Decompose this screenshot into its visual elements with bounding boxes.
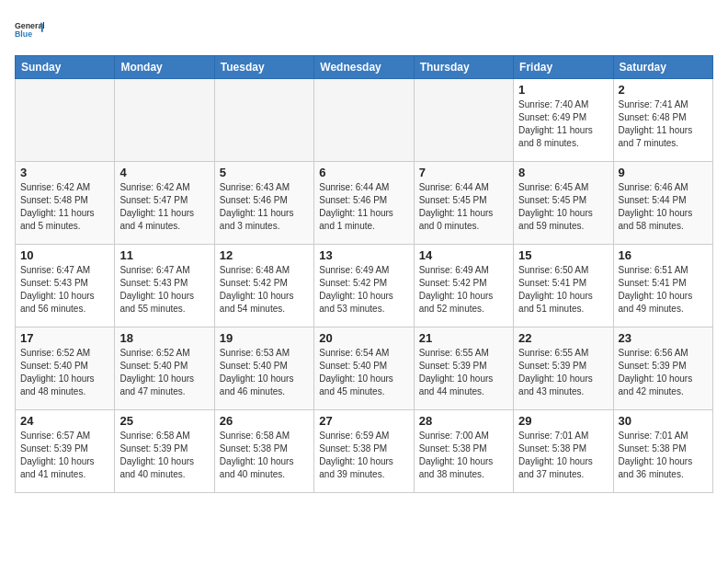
header-saturday: Saturday (613, 56, 712, 79)
week-row-5: 24Sunrise: 6:57 AM Sunset: 5:39 PM Dayli… (16, 410, 713, 493)
week-row-1: 1Sunrise: 7:40 AM Sunset: 6:49 PM Daylig… (16, 79, 713, 162)
day-number: 30 (619, 414, 708, 428)
day-number: 28 (419, 414, 508, 428)
day-number: 25 (119, 414, 209, 428)
calendar-cell (414, 79, 513, 162)
day-info: Sunrise: 6:47 AM Sunset: 5:43 PM Dayligh… (20, 264, 109, 316)
day-number: 10 (20, 248, 109, 262)
calendar-cell: 24Sunrise: 6:57 AM Sunset: 5:39 PM Dayli… (16, 410, 115, 493)
header-sunday: Sunday (16, 56, 115, 79)
header-monday: Monday (115, 56, 214, 79)
header-wednesday: Wednesday (314, 56, 414, 79)
week-row-2: 3Sunrise: 6:42 AM Sunset: 5:48 PM Daylig… (16, 162, 713, 245)
calendar-cell: 8Sunrise: 6:45 AM Sunset: 5:45 PM Daylig… (514, 162, 613, 245)
calendar-cell (115, 79, 214, 162)
day-info: Sunrise: 6:51 AM Sunset: 5:41 PM Dayligh… (619, 264, 708, 316)
day-number: 14 (419, 248, 508, 262)
day-info: Sunrise: 6:45 AM Sunset: 5:45 PM Dayligh… (518, 181, 608, 233)
day-number: 19 (220, 331, 309, 345)
calendar-cell: 26Sunrise: 6:58 AM Sunset: 5:38 PM Dayli… (214, 410, 313, 493)
day-info: Sunrise: 6:49 AM Sunset: 5:42 PM Dayligh… (419, 264, 508, 316)
day-number: 7 (419, 166, 508, 179)
day-number: 15 (518, 248, 608, 262)
calendar-cell: 13Sunrise: 6:49 AM Sunset: 5:42 PM Dayli… (314, 245, 414, 327)
week-row-4: 17Sunrise: 6:52 AM Sunset: 5:40 PM Dayli… (16, 327, 713, 410)
calendar-cell: 10Sunrise: 6:47 AM Sunset: 5:43 PM Dayli… (16, 245, 115, 327)
header-tuesday: Tuesday (214, 56, 313, 79)
day-info: Sunrise: 6:49 AM Sunset: 5:42 PM Dayligh… (319, 264, 408, 316)
calendar-cell: 21Sunrise: 6:55 AM Sunset: 5:39 PM Dayli… (414, 327, 513, 410)
day-info: Sunrise: 6:48 AM Sunset: 5:42 PM Dayligh… (220, 264, 309, 316)
day-info: Sunrise: 6:42 AM Sunset: 5:48 PM Dayligh… (20, 181, 109, 233)
day-info: Sunrise: 6:58 AM Sunset: 5:39 PM Dayligh… (119, 430, 209, 481)
day-info: Sunrise: 6:42 AM Sunset: 5:47 PM Dayligh… (119, 181, 209, 233)
day-number: 6 (319, 166, 408, 179)
day-info: Sunrise: 7:01 AM Sunset: 5:38 PM Dayligh… (619, 430, 708, 481)
calendar-cell: 23Sunrise: 6:56 AM Sunset: 5:39 PM Dayli… (613, 327, 712, 410)
day-info: Sunrise: 6:58 AM Sunset: 5:38 PM Dayligh… (220, 430, 309, 481)
day-number: 8 (518, 166, 608, 179)
calendar-cell: 16Sunrise: 6:51 AM Sunset: 5:41 PM Dayli… (613, 245, 712, 327)
calendar-cell: 15Sunrise: 6:50 AM Sunset: 5:41 PM Dayli… (514, 245, 613, 327)
header-thursday: Thursday (414, 56, 513, 79)
day-number: 18 (119, 331, 209, 345)
logo-svg: General Blue (15, 15, 44, 48)
calendar-cell: 9Sunrise: 6:46 AM Sunset: 5:44 PM Daylig… (613, 162, 712, 245)
day-info: Sunrise: 6:44 AM Sunset: 5:46 PM Dayligh… (319, 181, 408, 233)
calendar-cell: 1Sunrise: 7:40 AM Sunset: 6:49 PM Daylig… (514, 79, 613, 162)
day-info: Sunrise: 6:50 AM Sunset: 5:41 PM Dayligh… (518, 264, 608, 316)
day-number: 21 (419, 331, 508, 345)
calendar-cell: 5Sunrise: 6:43 AM Sunset: 5:46 PM Daylig… (214, 162, 313, 245)
logo: General Blue (15, 15, 44, 48)
day-number: 12 (220, 248, 309, 262)
svg-text:Blue: Blue (15, 29, 32, 39)
calendar-cell: 25Sunrise: 6:58 AM Sunset: 5:39 PM Dayli… (115, 410, 214, 493)
calendar-cell: 28Sunrise: 7:00 AM Sunset: 5:38 PM Dayli… (414, 410, 513, 493)
day-info: Sunrise: 6:53 AM Sunset: 5:40 PM Dayligh… (220, 347, 309, 398)
week-row-3: 10Sunrise: 6:47 AM Sunset: 5:43 PM Dayli… (16, 245, 713, 327)
calendar-cell: 14Sunrise: 6:49 AM Sunset: 5:42 PM Dayli… (414, 245, 513, 327)
day-number: 2 (619, 83, 708, 97)
day-info: Sunrise: 6:55 AM Sunset: 5:39 PM Dayligh… (518, 347, 608, 398)
day-info: Sunrise: 6:52 AM Sunset: 5:40 PM Dayligh… (119, 347, 209, 398)
calendar-cell: 7Sunrise: 6:44 AM Sunset: 5:45 PM Daylig… (414, 162, 513, 245)
calendar-cell (214, 79, 313, 162)
day-info: Sunrise: 6:43 AM Sunset: 5:46 PM Dayligh… (220, 181, 309, 233)
calendar-cell (16, 79, 115, 162)
day-number: 9 (619, 166, 708, 179)
calendar-cell: 19Sunrise: 6:53 AM Sunset: 5:40 PM Dayli… (214, 327, 313, 410)
day-number: 22 (518, 331, 608, 345)
day-number: 24 (20, 414, 109, 428)
day-number: 20 (319, 331, 408, 345)
calendar-cell: 17Sunrise: 6:52 AM Sunset: 5:40 PM Dayli… (16, 327, 115, 410)
day-info: Sunrise: 7:41 AM Sunset: 6:48 PM Dayligh… (619, 98, 708, 150)
calendar-cell: 3Sunrise: 6:42 AM Sunset: 5:48 PM Daylig… (16, 162, 115, 245)
calendar-cell: 30Sunrise: 7:01 AM Sunset: 5:38 PM Dayli… (613, 410, 712, 493)
day-number: 13 (319, 248, 408, 262)
day-info: Sunrise: 6:55 AM Sunset: 5:39 PM Dayligh… (419, 347, 508, 398)
day-info: Sunrise: 7:00 AM Sunset: 5:38 PM Dayligh… (419, 430, 508, 481)
calendar-cell: 27Sunrise: 6:59 AM Sunset: 5:38 PM Dayli… (314, 410, 414, 493)
calendar-cell: 20Sunrise: 6:54 AM Sunset: 5:40 PM Dayli… (314, 327, 414, 410)
day-info: Sunrise: 6:47 AM Sunset: 5:43 PM Dayligh… (119, 264, 209, 316)
calendar-cell (314, 79, 414, 162)
day-info: Sunrise: 6:52 AM Sunset: 5:40 PM Dayligh… (20, 347, 109, 398)
day-info: Sunrise: 6:56 AM Sunset: 5:39 PM Dayligh… (619, 347, 708, 398)
header-friday: Friday (514, 56, 613, 79)
day-info: Sunrise: 6:57 AM Sunset: 5:39 PM Dayligh… (20, 430, 109, 481)
header: General Blue (15, 15, 713, 48)
day-number: 1 (518, 83, 608, 97)
day-number: 29 (518, 414, 608, 428)
calendar-cell: 12Sunrise: 6:48 AM Sunset: 5:42 PM Dayli… (214, 245, 313, 327)
day-number: 23 (619, 331, 708, 345)
calendar-cell: 22Sunrise: 6:55 AM Sunset: 5:39 PM Dayli… (514, 327, 613, 410)
day-info: Sunrise: 7:01 AM Sunset: 5:38 PM Dayligh… (518, 430, 608, 481)
day-number: 17 (20, 331, 109, 345)
day-number: 4 (119, 166, 209, 179)
calendar-cell: 29Sunrise: 7:01 AM Sunset: 5:38 PM Dayli… (514, 410, 613, 493)
header-row: SundayMondayTuesdayWednesdayThursdayFrid… (16, 56, 713, 79)
day-info: Sunrise: 6:44 AM Sunset: 5:45 PM Dayligh… (419, 181, 508, 233)
day-info: Sunrise: 6:54 AM Sunset: 5:40 PM Dayligh… (319, 347, 408, 398)
calendar-cell: 2Sunrise: 7:41 AM Sunset: 6:48 PM Daylig… (613, 79, 712, 162)
day-number: 5 (220, 166, 309, 179)
